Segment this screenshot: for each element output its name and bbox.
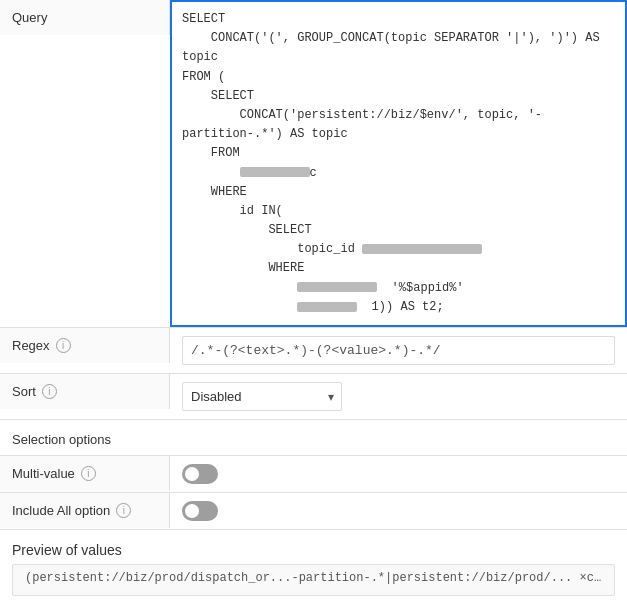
query-label: Query: [0, 0, 170, 35]
sort-select-wrapper: Disabled Ascending Descending ▾: [182, 382, 342, 411]
include-all-toggle[interactable]: [182, 501, 218, 521]
regex-row: Regex i: [0, 328, 627, 374]
multi-value-label-text: Multi-value: [12, 466, 75, 481]
preview-heading-text: Preview of values: [12, 542, 122, 558]
query-label-text: Query: [12, 10, 47, 25]
redacted-3: [297, 282, 377, 292]
regex-input[interactable]: [182, 336, 615, 365]
redacted-1: [240, 167, 310, 177]
include-all-label-cell: Include All option i: [0, 493, 170, 528]
multi-value-toggle-cell: [170, 456, 627, 492]
include-all-toggle-cell: [170, 493, 627, 529]
include-all-slider: [182, 501, 218, 521]
regex-value-cell: [170, 328, 627, 373]
redacted-2: [362, 244, 482, 254]
sort-select[interactable]: Disabled Ascending Descending: [182, 382, 342, 411]
regex-label-cell: Regex i: [0, 328, 170, 363]
query-code: SELECT CONCAT('(', GROUP_CONCAT(topic SE…: [182, 10, 615, 317]
selection-options-title: Selection options: [12, 432, 111, 447]
multi-value-info-icon[interactable]: i: [81, 466, 96, 481]
sort-value-cell: Disabled Ascending Descending ▾: [170, 374, 627, 419]
sort-label-text: Sort: [12, 384, 36, 399]
multi-value-toggle[interactable]: [182, 464, 218, 484]
multi-value-row: Multi-value i: [0, 456, 627, 493]
preview-value: (persistent://biz/prod/dispatch_or...-pa…: [12, 564, 615, 596]
include-all-info-icon[interactable]: i: [116, 503, 131, 518]
multi-value-slider: [182, 464, 218, 484]
sort-label-cell: Sort i: [0, 374, 170, 409]
redacted-4: [297, 302, 357, 312]
selection-options-heading: Selection options: [0, 420, 627, 456]
sort-info-icon[interactable]: i: [42, 384, 57, 399]
preview-heading: Preview of values: [0, 530, 627, 564]
include-all-label-text: Include All option: [12, 503, 110, 518]
multi-value-label-cell: Multi-value i: [0, 456, 170, 491]
sort-row: Sort i Disabled Ascending Descending ▾: [0, 374, 627, 420]
query-editor[interactable]: SELECT CONCAT('(', GROUP_CONCAT(topic SE…: [170, 0, 627, 327]
include-all-row: Include All option i: [0, 493, 627, 530]
regex-label-text: Regex: [12, 338, 50, 353]
regex-info-icon[interactable]: i: [56, 338, 71, 353]
query-row: Query SELECT CONCAT('(', GROUP_CONCAT(to…: [0, 0, 627, 328]
